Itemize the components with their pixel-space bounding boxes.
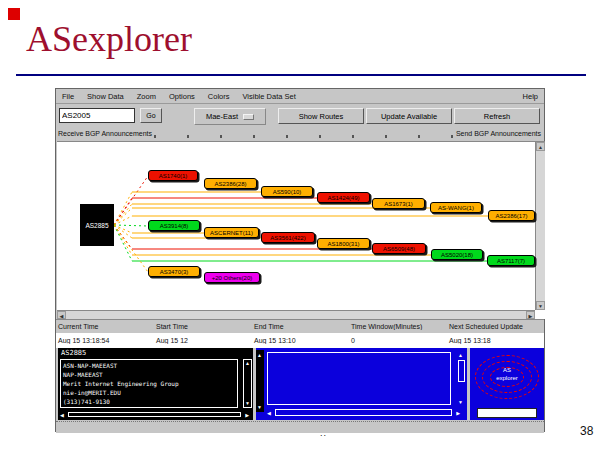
as-node[interactable]: AS1673(1) xyxy=(372,198,425,209)
slide-title: ASexplorer xyxy=(26,18,192,60)
logo-input-field[interactable] xyxy=(477,408,537,418)
as-node[interactable]: AS-WANG(1) xyxy=(430,202,482,213)
menu-visible-data-set[interactable]: Visible Data Set xyxy=(243,92,296,101)
menu-colors[interactable]: Colors xyxy=(208,92,230,101)
scroll-right-icon[interactable]: ▶ xyxy=(245,412,249,418)
window-resize-dots: .. xyxy=(320,428,327,438)
terminal-hscrollbar[interactable]: ◀ ▶ xyxy=(60,411,249,419)
as-node[interactable]: AS1740(1) xyxy=(148,170,198,181)
scroll-down-icon[interactable]: ▼ xyxy=(536,301,545,310)
status-value: Aug 15 13:10 xyxy=(252,337,349,344)
as-detail-line: Merit Internet Engineering Group xyxy=(63,379,235,388)
scrollbar-track[interactable] xyxy=(68,412,241,417)
as-node[interactable]: AS3470(3) xyxy=(148,266,200,277)
status-value: 0 xyxy=(349,337,447,344)
scroll-left-icon[interactable]: ◀ xyxy=(60,412,64,418)
logo-text: AS explorer xyxy=(470,366,544,382)
route-list-vscrollbar[interactable]: ▲ ▼ xyxy=(457,352,466,405)
scroll-up-icon[interactable]: ▲ xyxy=(257,352,262,358)
as-detail-line: ASN-NAP-MAEEAST xyxy=(63,361,235,370)
as-detail-line: nie-in@MERIT.EDU xyxy=(63,388,235,397)
as-node[interactable]: AS1424(49) xyxy=(317,192,370,203)
scroll-up-icon[interactable]: ▲ xyxy=(458,352,463,358)
scroll-right-icon[interactable]: ▶ xyxy=(526,311,535,319)
scroll-up-icon[interactable]: ▲ xyxy=(244,360,251,367)
status-header: Time Window(Minutes) xyxy=(349,323,447,330)
route-list-hscrollbar[interactable]: ◀ ▶ xyxy=(267,409,460,418)
status-header: Next Scheduled Update xyxy=(447,323,544,330)
scroll-down-icon[interactable]: ▼ xyxy=(257,404,262,410)
as-node[interactable]: AS3914(8) xyxy=(148,220,200,231)
asexplorer-window: FileShow DataZoomOptionsColorsVisible Da… xyxy=(55,88,545,432)
scrollbar-thumb[interactable] xyxy=(458,360,465,382)
as-node[interactable]: AS7117(7) xyxy=(487,255,535,266)
tick-marks xyxy=(154,135,474,138)
route-list-panel: ▲ ▼ ▲ ▼ ◀ ▶ xyxy=(256,348,467,420)
status-values-row: Aug 15 13:18:54Aug 15 12Aug 15 13:100Aug… xyxy=(56,333,544,348)
as-node[interactable]: +20 Others(20) xyxy=(204,272,260,283)
slide-bullet-square xyxy=(8,8,20,20)
menu-items: FileShow DataZoomOptionsColorsVisible Da… xyxy=(62,92,296,101)
status-header-row: Current TimeStart TimeEnd TimeTime Windo… xyxy=(56,319,544,333)
as-detail-title: AS2885 xyxy=(61,349,86,357)
scroll-down-icon[interactable]: ▼ xyxy=(458,399,463,405)
menu-options[interactable]: Options xyxy=(169,92,195,101)
as-node[interactable]: AS1800(31) xyxy=(317,238,370,249)
as-detail-terminal: AS2885 ASN-NAP-MAEEASTNAP-MAEEASTMerit I… xyxy=(58,348,253,420)
terminal-vscrollbar[interactable]: ▲ ▼ xyxy=(243,359,252,408)
page-number: 38 xyxy=(580,424,593,438)
menu-file[interactable]: File xyxy=(62,92,74,101)
status-value: Aug 15 13:18:54 xyxy=(56,337,154,344)
logo-line1: AS xyxy=(470,366,544,374)
graph-vertical-scrollbar[interactable]: ▲ ▼ xyxy=(535,142,545,310)
bgp-labels-row: Receive BGP Announcements Send BGP Annou… xyxy=(56,128,544,141)
route-list-box[interactable] xyxy=(267,352,451,405)
status-value: Aug 15 12 xyxy=(154,337,252,344)
as-node[interactable]: AS6509(48) xyxy=(372,243,426,254)
as-node[interactable]: AS5020(18) xyxy=(431,249,483,260)
status-header: Start Time xyxy=(154,323,252,330)
as-node[interactable]: ASCERNET(11) xyxy=(204,227,259,238)
graph-edges xyxy=(57,142,535,311)
as-node[interactable]: AS2386(28) xyxy=(204,178,257,189)
send-bgp-label: Send BGP Announcements xyxy=(456,130,541,137)
as-node[interactable]: AS3561(422) xyxy=(261,232,315,243)
toolbar: Go Mae-East Show RoutesUpdate AvailableR… xyxy=(56,105,544,127)
graph-horizontal-scrollbar[interactable]: ◀ ▶ xyxy=(57,310,535,319)
scroll-left-icon[interactable]: ◀ xyxy=(57,311,66,319)
receive-bgp-label: Receive BGP Announcements xyxy=(58,130,152,137)
show-routes-button[interactable]: Show Routes xyxy=(278,108,364,124)
menu-help[interactable]: Help xyxy=(523,92,538,101)
root-as-node[interactable]: AS2885 xyxy=(80,204,114,246)
slide: ASexplorer FileShow DataZoomOptionsColor… xyxy=(0,0,600,450)
scrollbar-thumb[interactable] xyxy=(275,409,452,416)
title-underline xyxy=(16,74,586,76)
toolbar-buttons: Show RoutesUpdate AvailableRefresh xyxy=(56,105,544,127)
logo-panel: AS explorer xyxy=(470,348,544,420)
scroll-right-icon[interactable]: ▶ xyxy=(456,410,460,416)
scroll-left-icon[interactable]: ◀ xyxy=(267,410,271,416)
update-available-button[interactable]: Update Available xyxy=(366,108,452,124)
menu-show-data[interactable]: Show Data xyxy=(87,92,124,101)
menu-bar: FileShow DataZoomOptionsColorsVisible Da… xyxy=(56,89,544,104)
as-detail-line: NAP-MAEEAST xyxy=(63,370,235,379)
refresh-button[interactable]: Refresh xyxy=(454,108,540,124)
logo-line2: explorer xyxy=(470,374,544,382)
status-header: End Time xyxy=(252,323,349,330)
scroll-up-icon[interactable]: ▲ xyxy=(536,142,545,151)
route-list-left-scrollbar[interactable]: ▲ ▼ xyxy=(256,350,264,412)
scroll-down-icon[interactable]: ▼ xyxy=(244,400,251,407)
as-detail-line: (313)741-9130 xyxy=(63,397,235,406)
as-graph-panel[interactable]: ▲ ▼ ◀ ▶ AS2885AS1740(1)AS2386(28)AS590(1… xyxy=(57,141,545,319)
as-node[interactable]: AS2386(17) xyxy=(488,210,535,221)
status-header: Current Time xyxy=(56,323,154,330)
window-bottom-strip xyxy=(56,421,544,433)
as-detail-box: ASN-NAP-MAEEASTNAP-MAEEASTMerit Internet… xyxy=(60,359,238,408)
menu-zoom[interactable]: Zoom xyxy=(137,92,156,101)
as-node[interactable]: AS590(10) xyxy=(261,186,313,197)
status-value: Aug 15 13:18 xyxy=(447,337,544,344)
